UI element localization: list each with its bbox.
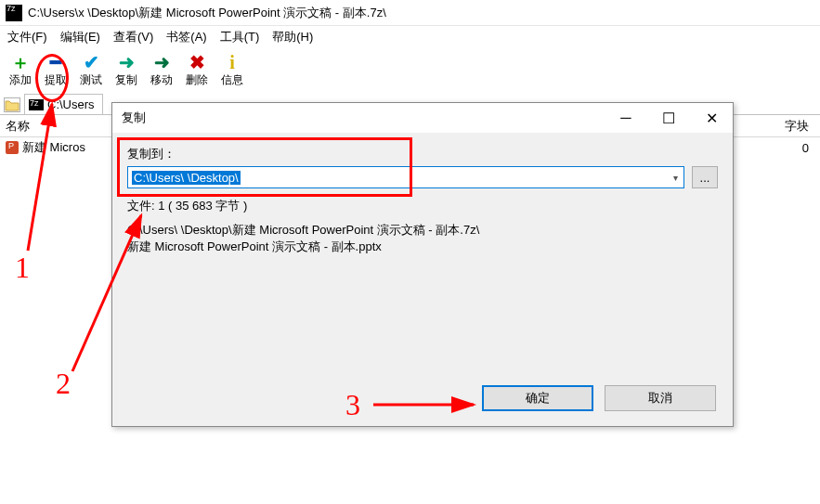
- test-button[interactable]: ✔ 测试: [74, 52, 108, 88]
- maximize-button[interactable]: ☐: [647, 103, 690, 133]
- browse-button[interactable]: ...: [692, 166, 718, 188]
- menu-bar: 文件(F) 编辑(E) 查看(V) 书签(A) 工具(T) 帮助(H): [0, 26, 820, 48]
- menu-tool[interactable]: 工具(T): [220, 29, 260, 45]
- dialog-titlebar: 复制 ─ ☐ ✕: [112, 103, 733, 133]
- info-button[interactable]: i 信息: [215, 52, 249, 88]
- delete-button[interactable]: ✖ 删除: [180, 52, 214, 88]
- title-path: C:\Users\x \Desktop\新建 Microsoft PowerPo…: [28, 5, 386, 21]
- move-button[interactable]: ➜ 移动: [145, 52, 178, 88]
- copy-dialog: 复制 ─ ☐ ✕ 复制到： C:\Users\ \Desktop\ ▾ ... …: [111, 102, 734, 427]
- add-button[interactable]: ＋ 添加: [4, 52, 37, 88]
- archive-icon: [29, 99, 44, 110]
- tab-label: C:\Users: [47, 97, 95, 111]
- check-icon: ✔: [81, 52, 101, 72]
- files-line: 文件: 1 ( 35 683 字节 ): [127, 198, 718, 214]
- info-icon: i: [222, 52, 242, 72]
- menu-bookmark[interactable]: 书签(A): [166, 29, 206, 45]
- file-size: 0: [746, 141, 820, 155]
- menu-view[interactable]: 查看(V): [113, 29, 153, 45]
- ok-button[interactable]: 确定: [482, 385, 593, 411]
- annotation-number-3: 3: [345, 388, 360, 422]
- tab-folder-icon[interactable]: [4, 97, 20, 112]
- ppt-icon: [6, 141, 19, 154]
- extract-button[interactable]: ━ 提取: [39, 52, 72, 88]
- tab-active[interactable]: C:\Users: [24, 94, 103, 114]
- col-size[interactable]: 字块: [746, 118, 820, 135]
- plus-icon: ＋: [10, 52, 31, 72]
- app-icon: [6, 5, 22, 21]
- menu-file[interactable]: 文件(F): [7, 29, 47, 45]
- copy-button[interactable]: ➜ 复制: [110, 52, 143, 88]
- annotation-number-1: 1: [15, 251, 30, 285]
- copy-arrow-icon: ➜: [116, 52, 137, 72]
- move-arrow-icon: ➜: [151, 52, 172, 72]
- dest-label: 复制到：: [127, 146, 718, 162]
- dest-path-input[interactable]: C:\Users\ \Desktop\ ▾: [127, 166, 684, 188]
- chevron-down-icon[interactable]: ▾: [673, 173, 678, 183]
- annotation-number-2: 2: [56, 367, 71, 401]
- file-name: 新建 Micros: [22, 139, 85, 156]
- x-icon: ✖: [187, 52, 207, 72]
- extract-icon: ━: [46, 52, 66, 72]
- minimize-button[interactable]: ─: [605, 103, 647, 133]
- cancel-button[interactable]: 取消: [605, 385, 716, 411]
- menu-help[interactable]: 帮助(H): [272, 29, 313, 45]
- dialog-title: 复制: [122, 110, 146, 126]
- window-titlebar: C:\Users\x \Desktop\新建 Microsoft PowerPo…: [0, 0, 820, 26]
- source-path-2: 新建 Microsoft PowerPoint 演示文稿 - 副本.pptx: [127, 239, 718, 255]
- source-path-1: C:\Users\ \Desktop\新建 Microsoft PowerPoi…: [127, 222, 718, 239]
- menu-edit[interactable]: 编辑(E): [60, 29, 100, 45]
- close-button[interactable]: ✕: [690, 103, 733, 133]
- toolbar: ＋ 添加 ━ 提取 ✔ 测试 ➜ 复制 ➜ 移动 ✖ 删除 i 信息: [0, 48, 820, 93]
